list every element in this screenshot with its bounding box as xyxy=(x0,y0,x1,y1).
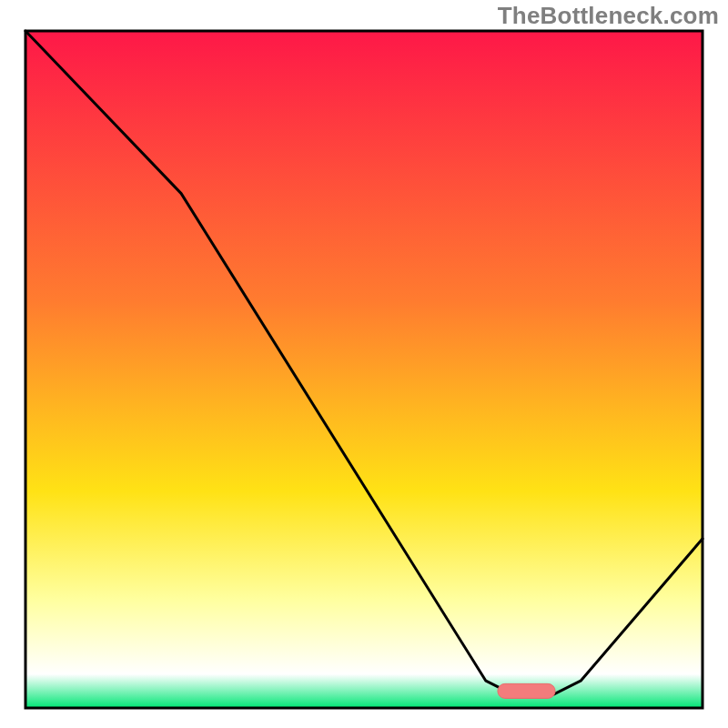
optimal-marker xyxy=(498,683,555,698)
chart-svg xyxy=(0,0,728,728)
chart-frame: TheBottleneck.com xyxy=(0,0,728,728)
watermark-text: TheBottleneck.com xyxy=(498,2,719,30)
gradient-background xyxy=(25,31,703,708)
